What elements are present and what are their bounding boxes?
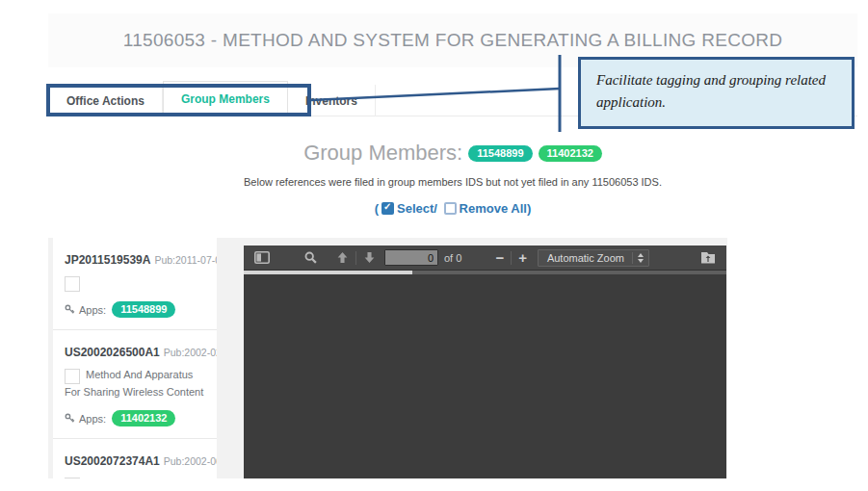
reference-list: JP2011519539APub:2011-07-07 Apps: 115488… xyxy=(53,238,217,478)
list-item: US2002026500A1Pub:2002-02-28 Method And … xyxy=(53,330,217,439)
apps-label: Apps: xyxy=(79,304,106,316)
zoom-in-label: + xyxy=(518,250,527,265)
reference-pub-date: Pub:2002-02-28 xyxy=(164,347,217,358)
remove-all-checkbox[interactable] xyxy=(444,202,457,215)
next-page-button[interactable] xyxy=(358,246,381,271)
reference-pub-date: Pub:2002-06-13 xyxy=(164,455,217,467)
reference-id: US2002026500A1 xyxy=(65,346,160,359)
pdf-loading-bar xyxy=(244,271,726,274)
reference-pub-date: Pub:2011-07-07 xyxy=(154,254,217,266)
zoom-out-button[interactable]: − xyxy=(490,246,509,271)
search-icon xyxy=(304,251,317,264)
zoom-in-button[interactable]: + xyxy=(513,246,532,271)
reference-id: JP2011519539A xyxy=(65,253,150,267)
group-badge-11402132: 11402132 xyxy=(539,145,602,162)
open-file-icon xyxy=(700,251,716,265)
annotation-highlight-rect xyxy=(46,84,311,116)
annotation-note: Facilitate tagging and grouping related … xyxy=(596,72,826,110)
tab-inventors-label: Inventors xyxy=(305,94,357,108)
group-subtitle: Below references were filed in group mem… xyxy=(48,176,857,188)
group-badge-11548899: 11548899 xyxy=(468,145,532,162)
list-item: JP2011519539APub:2011-07-07 Apps: 115488… xyxy=(53,238,217,330)
zoom-select-value: Automatic Zoom xyxy=(547,252,624,264)
key-icon xyxy=(65,304,75,315)
zoom-select-dropdown[interactable]: Automatic Zoom xyxy=(538,249,649,267)
pdf-canvas[interactable] xyxy=(244,274,726,478)
page-title: 11506053 - METHOD AND SYSTEM FOR GENERAT… xyxy=(123,30,783,51)
pdf-toolbar: of 0 − + Automatic Zoom xyxy=(244,246,726,271)
select-all-link[interactable]: Select/ xyxy=(397,201,437,216)
reference-checkbox[interactable] xyxy=(65,369,80,384)
page-up-icon xyxy=(336,251,349,264)
find-button[interactable] xyxy=(300,246,322,271)
app-badge[interactable]: 11548899 xyxy=(112,301,175,318)
select-remove-row: (Select/ Remove All) xyxy=(48,201,857,216)
select-all-checkbox[interactable] xyxy=(381,202,394,215)
remove-all-link[interactable]: Remove All) xyxy=(460,201,532,216)
sidebar-toggle-button[interactable] xyxy=(250,246,275,271)
reference-id: US2002072374A1 xyxy=(65,454,160,468)
pdf-loading-progress xyxy=(244,271,412,274)
annotation-callout: Facilitate tagging and grouping related … xyxy=(578,57,855,129)
reference-title: Communication System Using Multiple Link… xyxy=(65,478,201,478)
page-count-label: of 0 xyxy=(444,252,461,264)
zoom-out-label: − xyxy=(495,250,504,265)
reference-checkbox[interactable] xyxy=(65,478,80,478)
previous-page-button[interactable] xyxy=(331,246,354,271)
chevron-up-down-icon xyxy=(638,253,644,263)
app-badge[interactable]: 11402132 xyxy=(112,410,175,426)
key-icon xyxy=(65,413,75,424)
page-down-icon xyxy=(363,251,376,264)
sidebar-toggle-icon xyxy=(254,251,270,264)
apps-label: Apps: xyxy=(79,413,106,425)
list-item: US2002072374A1Pub:2002-06-13 Communicati… xyxy=(53,439,217,478)
group-members-title: Group Members: xyxy=(303,141,462,165)
paren-open: ( xyxy=(375,201,379,216)
page-number-input[interactable] xyxy=(384,249,438,266)
reference-checkbox[interactable] xyxy=(65,276,80,292)
group-members-heading: Group Members:1154889911402132 xyxy=(48,141,857,166)
reference-title: Method And Apparatus For Sharing Wireles… xyxy=(65,369,203,398)
pdf-viewer: of 0 − + Automatic Zoom xyxy=(244,246,726,478)
open-file-button[interactable] xyxy=(696,246,721,271)
